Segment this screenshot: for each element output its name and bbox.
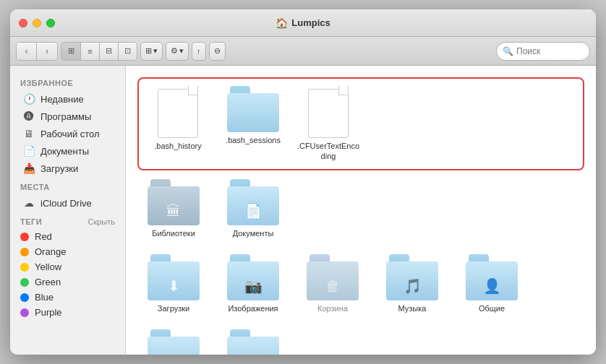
traffic-lights <box>19 19 55 27</box>
file-libraries[interactable]: 🏛 Библиотеки <box>137 175 210 243</box>
sidebar-item-documents[interactable]: 📄 Документы <box>13 142 122 160</box>
tag-color-dot <box>20 233 29 241</box>
toolbar: ‹ › ⊞ ≡ ⊟ ⊡ ⊞ ▾ ⚙ ▾ ↑ ⊖ 🔍 <box>10 37 596 66</box>
tag-label: Green <box>35 277 61 287</box>
view-icon-button[interactable]: ⊞ <box>61 43 80 60</box>
sidebar-tag-red[interactable]: Red <box>10 229 125 244</box>
programs-icon: 🅐 <box>23 110 35 122</box>
sidebar-tag-orange[interactable]: Orange <box>10 244 125 259</box>
file-trash[interactable]: 🗑 Корзина <box>296 250 369 318</box>
downloads-folder-icon: ⬇ <box>148 254 200 300</box>
file-name: Общие <box>479 303 505 313</box>
forward-button[interactable]: › <box>37 43 57 60</box>
tag-color-dot <box>20 308 29 317</box>
file-area: .bash_history .bash_sessions <box>126 66 596 355</box>
tags-hide-button[interactable]: Скрыть <box>88 217 115 226</box>
nav-buttons: ‹ › <box>16 42 58 61</box>
shared-folder-icon: 👤 <box>466 254 518 300</box>
icloud-icon: ☁ <box>23 197 35 209</box>
gear-chevron: ▾ <box>179 46 184 56</box>
movie-icon: 🎞 <box>246 353 260 355</box>
sidebar-tag-purple[interactable]: Purple <box>10 305 125 320</box>
search-input[interactable] <box>516 46 584 56</box>
sidebar-tag-green[interactable]: Green <box>10 274 125 290</box>
movies-folder-icon: 🎞 <box>227 329 279 355</box>
shared-icon: 👤 <box>483 277 501 295</box>
file-music[interactable]: 🎵 Музыка <box>376 250 448 318</box>
downloads-icon: 📥 <box>23 162 35 174</box>
tag-label: Blue <box>35 292 54 303</box>
search-box[interactable]: 🔍 <box>496 42 590 61</box>
tag-label: Orange <box>35 246 66 257</box>
main-content: Избранное 🕐 Недавние 🅐 Программы 🖥 Рабоч… <box>10 66 596 355</box>
file-name: Библиотеки <box>152 228 195 238</box>
titlebar: 🏠 Lumpics <box>10 9 596 37</box>
view-list-button[interactable]: ≡ <box>80 43 99 60</box>
file-bash-sessions[interactable]: .bash_sessions <box>217 82 289 166</box>
file-downloads[interactable]: ⬇ Загрузки <box>137 250 210 318</box>
arrange-button[interactable]: ⊞ ▾ <box>140 42 163 61</box>
finder-window: 🏠 Lumpics ‹ › ⊞ ≡ ⊟ ⊡ ⊞ ▾ ⚙ ▾ ↑ ⊖ <box>10 9 596 355</box>
back-button[interactable]: ‹ <box>17 43 37 60</box>
files-rows: .bash_history .bash_sessions <box>137 77 584 355</box>
file-name: .bash_sessions <box>226 135 281 145</box>
sidebar-tag-yellow[interactable]: Yellow <box>10 259 125 274</box>
recent-icon: 🕐 <box>23 93 35 105</box>
tag-color-dot <box>20 263 29 272</box>
file-movies[interactable]: 🎞 Фильмы <box>217 325 289 355</box>
file-bash-history[interactable]: .bash_history <box>142 82 214 166</box>
file-name: Корзина <box>317 303 348 313</box>
file-desktop[interactable]: Рабочий стол <box>137 325 210 355</box>
file-cfuser[interactable]: .CFUserTextEncoding <box>292 82 364 166</box>
file-shared[interactable]: 👤 Общие <box>456 250 528 318</box>
gear-icon: ⚙ <box>171 46 178 56</box>
download-icon: ⬇ <box>168 277 180 295</box>
tag-label: Purple <box>35 307 62 318</box>
arrange-icon: ⊞ <box>145 46 152 56</box>
file-name: Загрузки <box>158 303 189 313</box>
view-cover-button[interactable]: ⊡ <box>118 43 137 60</box>
sidebar-item-programs[interactable]: 🅐 Программы <box>13 108 122 125</box>
sidebar-tag-blue[interactable]: Blue <box>10 290 125 305</box>
places-header: Места <box>10 177 125 194</box>
minimize-button[interactable] <box>33 19 41 27</box>
music-folder-icon: 🎵 <box>386 254 438 300</box>
tag-icon: ⊖ <box>214 46 221 56</box>
file-documents[interactable]: 📄 Документы <box>217 175 289 243</box>
maximize-button[interactable] <box>46 19 55 27</box>
file-name: .CFUserTextEncoding <box>296 141 360 162</box>
sidebar-item-downloads[interactable]: 📥 Загрузки <box>13 160 122 177</box>
sidebar-item-icloud[interactable]: ☁ iCloud Drive <box>13 194 122 212</box>
sidebar-item-recent[interactable]: 🕐 Недавние <box>13 90 122 108</box>
arrange-chevron: ▾ <box>153 46 158 56</box>
share-button[interactable]: ↑ <box>192 42 206 61</box>
files-row-3: Рабочий стол 🎞 Фильмы <box>137 325 584 355</box>
search-icon: 🔍 <box>503 46 513 56</box>
library-folder-icon: 🏛 <box>148 179 200 225</box>
document-icon: 📄 <box>244 202 263 220</box>
action-button[interactable]: ⚙ ▾ <box>166 42 189 61</box>
documents-folder-icon: 📄 <box>227 179 279 225</box>
tag-color-dot <box>20 248 29 256</box>
sidebar-item-desktop[interactable]: 🖥 Рабочий стол <box>13 125 122 142</box>
window-title: 🏠 Lumpics <box>276 17 330 29</box>
files-row-1: 🏛 Библиотеки 📄 Документы <box>137 175 584 243</box>
view-columns-button[interactable]: ⊟ <box>99 43 118 60</box>
folder-icon <box>227 86 279 132</box>
trash-icon: 🗑 <box>325 278 340 295</box>
share-icon: ↑ <box>197 47 201 56</box>
highlighted-files-row: .bash_history .bash_sessions <box>137 77 584 170</box>
tags-header: Теги Скрыть <box>10 212 125 229</box>
file-images[interactable]: 📷 Изображения <box>217 250 289 318</box>
desktop-icon: 🖥 <box>23 128 35 139</box>
tag-button[interactable]: ⊖ <box>209 42 226 61</box>
close-button[interactable] <box>19 19 27 27</box>
sidebar: Избранное 🕐 Недавние 🅐 Программы 🖥 Рабоч… <box>10 66 126 355</box>
view-buttons: ⊞ ≡ ⊟ ⊡ <box>61 42 137 61</box>
doc-icon <box>307 86 350 138</box>
image-icon: 📷 <box>244 277 263 295</box>
tag-color-dot <box>20 278 29 287</box>
tag-label: Red <box>35 231 52 242</box>
images-folder-icon: 📷 <box>227 254 279 300</box>
desktop-folder-icon <box>148 329 200 355</box>
